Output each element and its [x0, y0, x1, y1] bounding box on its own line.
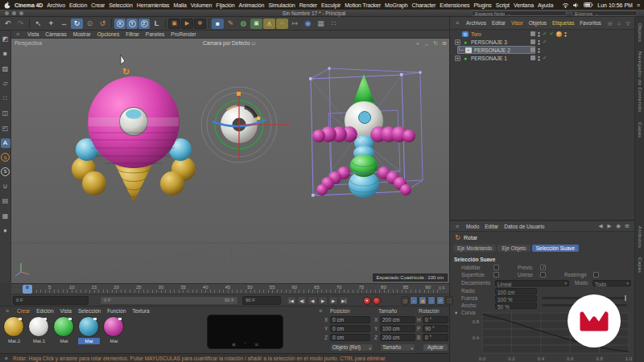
- battery-icon[interactable]: [584, 2, 593, 7]
- z-axis-lock-icon[interactable]: Z: [138, 19, 150, 29]
- lock-icon[interactable]: ◉: [615, 223, 621, 229]
- dock-tab-capas[interactable]: Capas: [638, 122, 642, 138]
- menubar-item-ayuda[interactable]: Ayuda: [538, 2, 553, 8]
- om-menu-archivos[interactable]: Archivos: [466, 20, 486, 26]
- pan-view-icon[interactable]: +: [415, 40, 421, 47]
- ancho-field[interactable]: 50 %: [495, 302, 537, 309]
- menubar-item-render[interactable]: Render: [299, 2, 317, 8]
- search-icon[interactable]: ◎: [607, 20, 613, 27]
- material-menu-vista[interactable]: Vista: [60, 308, 72, 314]
- status-menu-icon[interactable]: ≡: [3, 355, 10, 361]
- expand-toggle[interactable]: +: [455, 39, 460, 45]
- rotate-gizmo[interactable]: [201, 87, 289, 162]
- undo-icon[interactable]: ↶: [2, 19, 14, 29]
- pen-spline-icon[interactable]: ✎: [225, 19, 237, 29]
- key-scale-icon[interactable]: ▣: [419, 296, 427, 305]
- dock-tab-capas[interactable]: Capas: [638, 257, 642, 273]
- restringir-checkbox[interactable]: [593, 272, 599, 278]
- quantize-icon[interactable]: ▦: [1, 211, 10, 220]
- field-icon[interactable]: ↦: [289, 19, 301, 29]
- menubar-item-script[interactable]: Script: [496, 2, 510, 8]
- range-slider[interactable]: 0 F 90 F: [100, 296, 238, 305]
- edges-mode-icon[interactable]: ◫: [1, 109, 10, 118]
- character-torus-robot[interactable]: [72, 76, 196, 203]
- menubar-item-archivo[interactable]: Archivo: [47, 2, 65, 8]
- coords-menu-icon[interactable]: ≡: [317, 307, 324, 314]
- workspace-dropdown[interactable]: Espacios Nodo⌄: [472, 10, 567, 16]
- menubar-item-volumen[interactable]: Volumen: [191, 2, 213, 8]
- workplane-icon[interactable]: ▤: [1, 196, 10, 206]
- menubar-item-malla[interactable]: Malla: [174, 2, 187, 8]
- om-menu-objetos[interactable]: Objetos: [529, 20, 547, 26]
- wifi-icon[interactable]: [562, 2, 569, 8]
- render-picture-viewer-icon[interactable]: ▶: [181, 19, 193, 29]
- enabled-check-icon[interactable]: ✓: [549, 31, 553, 37]
- dots-icon[interactable]: ∷: [328, 19, 340, 29]
- om-menu-icon[interactable]: ≡: [454, 20, 460, 27]
- expand-toggle[interactable]: +: [455, 56, 460, 61]
- unirse-checkbox[interactable]: [540, 272, 546, 278]
- menubar-clock[interactable]: Lun 10:56 PM: [597, 2, 633, 8]
- array-icon[interactable]: ▦: [315, 19, 327, 29]
- home-icon[interactable]: ⌂: [616, 20, 622, 27]
- superficie-checkbox[interactable]: [493, 272, 499, 278]
- tab-eje-modelando[interactable]: Eje Modelando: [453, 245, 496, 252]
- redo-icon[interactable]: ↷: [14, 19, 27, 29]
- menubar-item-animaci-n[interactable]: Animación: [239, 2, 265, 8]
- editor-render-dots-icon[interactable]: [538, 47, 540, 53]
- record-keyframe-button[interactable]: ●: [363, 297, 371, 305]
- menubar-item-herramientas[interactable]: Herramientas: [137, 2, 170, 8]
- apply-button[interactable]: Aplicar: [423, 343, 448, 352]
- pos-y-field[interactable]: 0 cm: [330, 325, 370, 332]
- key-position-icon[interactable]: +: [410, 296, 418, 305]
- visibility-toggle-icon[interactable]: [530, 39, 535, 44]
- next-frame-button[interactable]: ▶: [328, 296, 338, 305]
- pos-z-field[interactable]: 0 cm: [330, 334, 370, 341]
- play-button[interactable]: ▶: [318, 296, 328, 305]
- environment-dropdown[interactable]: Entornos⌄: [572, 10, 638, 16]
- points-mode-icon[interactable]: ∷: [1, 93, 10, 103]
- object-row-toro[interactable]: ◎Toro✓✓: [450, 30, 634, 38]
- coord-mode-dropdown[interactable]: Objeto (Rel): [330, 343, 374, 352]
- menubar-item-extensiones[interactable]: Extensiones: [440, 2, 469, 8]
- material-preview[interactable]: [53, 316, 74, 337]
- viewport-menu-vista[interactable]: Vista: [27, 31, 39, 37]
- habilitar-checkbox[interactable]: [493, 265, 499, 270]
- object-row-personaje-3[interactable]: +●PERSONAJE 3✓: [450, 38, 634, 46]
- material-preview[interactable]: [103, 316, 124, 337]
- tab-selecci-n-suave[interactable]: Selección Suave: [532, 245, 579, 252]
- viewport-menu-prorender[interactable]: ProRender: [171, 31, 196, 37]
- key-rotation-icon[interactable]: ○: [427, 296, 436, 305]
- rot-p-field[interactable]: 90 °: [423, 325, 448, 332]
- make-editable-icon[interactable]: ◩: [1, 34, 10, 43]
- viewport-menu-c-maras[interactable]: Cámaras: [45, 31, 66, 37]
- menubar-item-character[interactable]: Character: [412, 2, 436, 8]
- tweak-icon[interactable]: ⊙: [84, 19, 96, 29]
- goto-end-button[interactable]: ▶|: [339, 296, 349, 305]
- material-preview[interactable]: [28, 316, 49, 337]
- prev-frame-button[interactable]: ◀: [308, 296, 317, 305]
- minimize-window-button[interactable]: [12, 11, 16, 15]
- live-selection-icon[interactable]: ↖: [32, 19, 44, 29]
- zoom-window-button[interactable]: [19, 11, 23, 15]
- mat-menu-icon[interactable]: ≡: [4, 308, 10, 315]
- modo-dropdown[interactable]: Todo: [592, 280, 631, 286]
- attr-menu-datos-de-usuario[interactable]: Datos de Usuario: [504, 224, 544, 229]
- viewport-menu-mostrar[interactable]: Mostrar: [73, 31, 91, 37]
- enable-axis-icon[interactable]: A: [1, 138, 10, 148]
- material-swatch-1[interactable]: Mat.1: [28, 316, 50, 344]
- size-z-field[interactable]: 200 cm: [380, 334, 415, 341]
- deformer-icon[interactable]: ◬: [263, 19, 275, 29]
- radio-field[interactable]: 100 cm: [495, 288, 537, 294]
- enabled-check-icon[interactable]: ✓: [543, 55, 547, 61]
- apple-logo-icon[interactable]: [4, 2, 10, 9]
- snap-icon[interactable]: ∪: [1, 181, 10, 191]
- subdivision-surface-icon[interactable]: ◍: [237, 19, 250, 29]
- material-preview[interactable]: [78, 316, 99, 337]
- volume-icon[interactable]: [573, 2, 580, 8]
- viewport-menu-filtrar[interactable]: Filtrar: [126, 31, 139, 37]
- last-tool-icon[interactable]: ↺: [97, 19, 109, 29]
- menubar-item-cinema-4d[interactable]: Cinema 4D: [14, 2, 43, 8]
- widget-grid-icon[interactable]: ⊞: [254, 341, 258, 347]
- attr-menu-icon[interactable]: ≡: [454, 223, 460, 229]
